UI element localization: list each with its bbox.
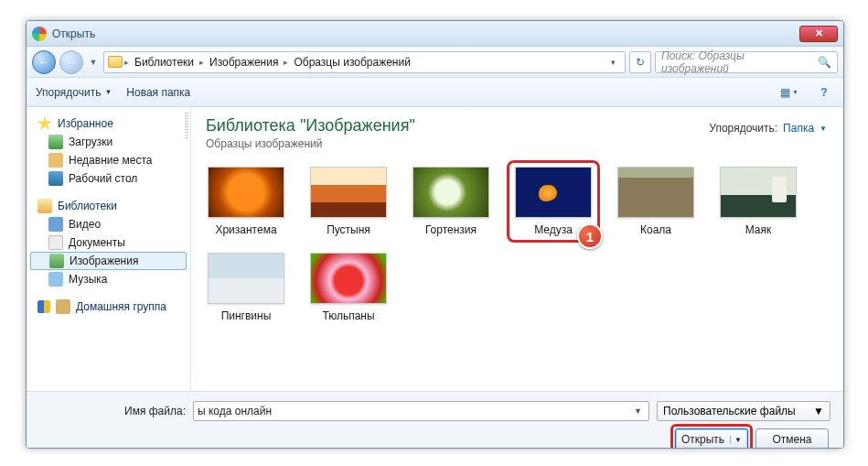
file-item[interactable]: Гортензия — [411, 167, 491, 236]
thumbnail-image — [413, 167, 489, 218]
chevron-down-icon[interactable]: ▼ — [813, 405, 824, 417]
chevron-right-icon[interactable]: ▸ — [124, 58, 129, 67]
star-icon — [38, 116, 52, 131]
search-input[interactable]: Поиск: Образцы изображений 🔍 — [655, 51, 838, 73]
navigation-bar: ← → ▼ ▸ Библиотеки ▸ Изображения ▸ Образ… — [27, 47, 843, 78]
thumbnail-image — [310, 253, 387, 304]
file-list-pane: Библиотека "Изображения" Образцы изображ… — [191, 107, 843, 391]
sidebar-item-pictures[interactable]: Изображения — [30, 252, 187, 270]
refresh-button[interactable]: ↻ — [629, 51, 651, 73]
thumbnail-image — [617, 167, 694, 218]
search-icon: 🔍 — [818, 56, 831, 69]
sidebar-item-recent[interactable]: Недавние места — [30, 151, 187, 169]
folder-icon — [108, 56, 123, 68]
help-button[interactable]: ? — [814, 82, 834, 103]
chevron-right-icon[interactable]: ▸ — [284, 58, 288, 67]
address-bar[interactable]: ▸ Библиотеки ▸ Изображения ▸ Образцы изо… — [103, 51, 626, 73]
new-folder-button[interactable]: Новая папка — [126, 86, 190, 99]
music-icon — [48, 272, 63, 287]
sidebar-homegroup[interactable]: Домашняя группа — [30, 298, 187, 316]
sidebar-item-documents[interactable]: Документы — [30, 233, 187, 252]
resize-handle[interactable] — [185, 113, 188, 140]
libraries-icon — [38, 199, 52, 213]
selection-highlight: Медуза 1 — [507, 160, 600, 243]
address-dropdown[interactable]: ▾ — [605, 58, 621, 67]
sidebar-item-downloads[interactable]: Загрузки — [30, 133, 187, 151]
video-icon — [48, 217, 63, 232]
open-button-highlight: Открыть ▼ 2 — [670, 424, 753, 449]
shield-icon — [38, 300, 50, 313]
open-file-dialog: Открыть ✕ ← → ▼ ▸ Библиотеки ▸ Изображен… — [26, 20, 844, 449]
close-button[interactable]: ✕ — [799, 26, 838, 42]
file-type-filter[interactable]: Пользовательские файлы ▼ — [657, 401, 830, 421]
file-item[interactable]: Пингвины — [206, 253, 286, 322]
open-button[interactable]: Открыть ▼ — [675, 428, 748, 449]
window-title: Открыть — [52, 27, 799, 40]
nav-history-dropdown[interactable]: ▼ — [87, 56, 100, 69]
search-placeholder: Поиск: Образцы изображений — [661, 49, 807, 75]
thumbnail-image — [208, 253, 284, 304]
filename-combobox[interactable]: ы кода онлайн ▼ — [193, 401, 649, 421]
dialog-footer: Имя файла: ы кода онлайн ▼ Пользовательс… — [27, 391, 843, 449]
toolbar: Упорядочить▼ Новая папка ▦▼ ? — [27, 78, 843, 107]
file-item[interactable]: Маяк — [718, 167, 798, 236]
arrange-by[interactable]: Упорядочить: Папка ▼ — [709, 122, 827, 135]
chevron-down-icon: ▼ — [820, 125, 827, 133]
titlebar: Открыть ✕ — [27, 21, 843, 47]
chevron-right-icon[interactable]: ▸ — [199, 58, 204, 67]
sidebar-libraries[interactable]: Библиотеки — [30, 197, 187, 215]
homegroup-icon — [56, 299, 70, 314]
sidebar-item-desktop[interactable]: Рабочий стол — [30, 169, 187, 188]
open-split-dropdown[interactable]: ▼ — [730, 436, 742, 444]
thumbnail-grid: Хризантема Пустыня Гортензия Медуза 1 Ко… — [206, 167, 829, 322]
nav-forward-button[interactable]: → — [59, 50, 83, 74]
chrome-icon — [32, 27, 47, 41]
thumbnail-image — [310, 167, 387, 218]
sidebar-favorites[interactable]: Избранное — [30, 114, 187, 133]
recent-icon — [48, 153, 63, 168]
breadcrumb[interactable]: Библиотеки — [131, 56, 198, 69]
thumbnail-image — [720, 167, 797, 218]
annotation-marker: 1 — [577, 223, 603, 249]
nav-back-button[interactable]: ← — [32, 50, 56, 74]
sidebar-item-music[interactable]: Музыка — [30, 270, 187, 288]
chevron-down-icon[interactable]: ▼ — [631, 406, 645, 416]
breadcrumb[interactable]: Изображения — [206, 56, 282, 69]
sidebar-item-video[interactable]: Видео — [30, 215, 187, 233]
organize-menu[interactable]: Упорядочить▼ — [36, 86, 112, 99]
file-item[interactable]: Хризантема — [206, 167, 286, 236]
downloads-icon — [48, 135, 63, 149]
thumbnail-image — [208, 167, 284, 218]
chevron-down-icon: ▼ — [104, 88, 112, 96]
thumbnail-image — [515, 167, 592, 218]
file-item[interactable]: Пустыня — [308, 167, 389, 236]
documents-icon — [48, 235, 63, 250]
breadcrumb[interactable]: Образцы изображений — [290, 56, 413, 69]
pictures-icon — [49, 254, 64, 268]
file-item[interactable]: Коала — [616, 167, 696, 236]
cancel-button[interactable]: Отмена — [755, 428, 829, 449]
filename-label: Имя файла: — [39, 405, 186, 417]
view-options-button[interactable]: ▦▼ — [779, 82, 799, 103]
file-item[interactable]: Тюльпаны — [308, 253, 389, 322]
navigation-pane: Избранное Загрузки Недавние места Рабочи… — [27, 107, 191, 391]
library-subtitle: Образцы изображений — [206, 137, 829, 150]
desktop-icon — [48, 171, 63, 186]
